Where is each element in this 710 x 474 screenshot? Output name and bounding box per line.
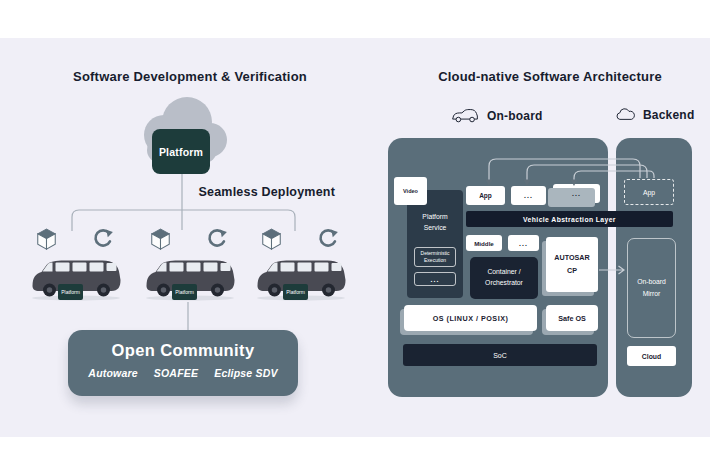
vehicle-abstraction-layer-bar: Vehicle Abstraction Layer (466, 211, 673, 227)
deterministic-execution-box: Deterministic Execution (414, 247, 456, 267)
platform-service-dots-box: ... (414, 272, 456, 286)
backend-app-box: App (624, 179, 674, 205)
seamless-deployment-label: Seamless Deployment (180, 185, 335, 199)
cloud-platform-box: Platform (152, 129, 210, 174)
vehicle-group-3: Platform (253, 226, 351, 306)
onboard-app-box: App (466, 186, 505, 205)
community-member: Eclipse SDV (214, 367, 277, 379)
vehicle-group-2: Platform (142, 226, 240, 306)
os-linux-posix-box: OS (LINUX / POSIX) (404, 305, 537, 331)
cube-icon (150, 228, 171, 251)
platform-service-label: Platform Service (415, 212, 455, 234)
onboard-dots-stacked-box: ... (553, 184, 600, 203)
container-orchestrator-box: Container / Orchestrator (470, 257, 538, 299)
van-platform-badge: Platform (283, 284, 308, 300)
community-members: Autoware SOAFEE Eclipse SDV (68, 367, 298, 379)
car-icon (450, 108, 480, 124)
refresh-icon (317, 228, 339, 250)
diagram-canvas: Software Development & Verification Plat… (0, 0, 710, 474)
left-section-title: Software Development & Verification (60, 69, 320, 84)
backend-header-label: Backend (643, 108, 694, 122)
open-community-box: Open Community Autoware SOAFEE Eclipse S… (68, 330, 298, 396)
van-platform-badge: Platform (172, 284, 197, 300)
backend-header: Backend (615, 108, 694, 122)
refresh-icon (92, 228, 114, 250)
right-section-title: Cloud-native Software Architecture (420, 69, 680, 84)
backend-cloud-box: Cloud (627, 346, 676, 366)
video-box: Video (394, 177, 427, 205)
safe-os-box: Safe OS (546, 305, 598, 331)
community-member: SOAFEE (154, 367, 198, 379)
cloud-platform-label: Platform (159, 146, 203, 158)
refresh-icon (206, 228, 228, 250)
cube-icon (36, 228, 57, 251)
community-member: Autoware (88, 367, 137, 379)
soc-bar: SoC (403, 344, 597, 366)
middleware-dots-box: ... (508, 235, 539, 251)
middleware-box: Middle (466, 235, 502, 251)
van-platform-badge: Platform (58, 284, 83, 300)
onboard-dots-box: ... (511, 186, 546, 205)
onboard-header: On-board (450, 108, 543, 124)
vehicle-group-1: Platform (28, 226, 126, 306)
cloud-icon (615, 108, 636, 122)
open-community-title: Open Community (68, 341, 298, 360)
onboard-header-label: On-board (487, 109, 543, 123)
autosar-cp-box: AUTOSAR CP (546, 237, 598, 292)
cube-icon (261, 228, 282, 251)
onboard-mirror-box: On-board Mirror (627, 238, 676, 338)
